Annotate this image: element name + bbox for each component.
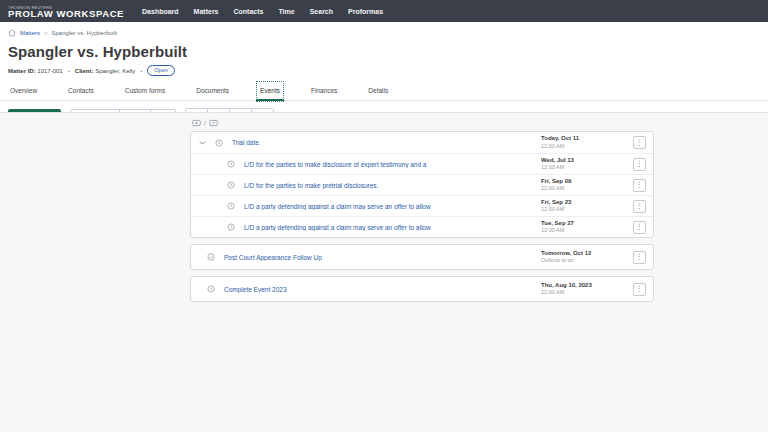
page-title: Spangler vs. Hypberbuilt bbox=[0, 40, 768, 65]
home-icon[interactable] bbox=[8, 29, 16, 37]
kebab-icon: ⋮ bbox=[636, 139, 644, 147]
expand-collapse-toggle: / bbox=[190, 118, 654, 131]
event-card: Post Court Appearance Follow Up Tomorrow… bbox=[190, 244, 654, 270]
event-date: Fri, Sep 23 bbox=[541, 199, 633, 207]
event-time: 12:00 AM bbox=[541, 227, 633, 234]
kebab-icon: ⋮ bbox=[636, 285, 644, 293]
event-group-card: Trial date. Today, Oct 11 12:00 AM ⋮ L/D… bbox=[190, 131, 654, 238]
clock-icon bbox=[213, 139, 225, 147]
tab-events[interactable]: Events bbox=[258, 83, 282, 100]
client-label: Client: bbox=[75, 68, 94, 74]
event-link[interactable]: L/D for the parties to make disclosure o… bbox=[244, 161, 541, 168]
tab-custom-forms[interactable]: Custom forms bbox=[123, 83, 167, 100]
breadcrumb-separator: > bbox=[44, 30, 48, 36]
event-datetime: Wed, Jul 13 12:00 AM bbox=[541, 157, 633, 171]
nav-item-dashboard[interactable]: Dashboard bbox=[142, 5, 179, 18]
event-child-row: L/D for the parties to make pretrial dis… bbox=[191, 174, 653, 195]
task-check-icon bbox=[205, 253, 217, 261]
event-link[interactable]: Post Court Appearance Follow Up bbox=[224, 254, 541, 261]
event-date: Tomorrow, Oct 12 bbox=[541, 250, 633, 258]
breadcrumb-matters-link[interactable]: Matters bbox=[20, 30, 40, 36]
kebab-icon: ⋮ bbox=[636, 223, 644, 231]
nav-item-matters[interactable]: Matters bbox=[194, 5, 219, 18]
brand-thomson-reuters: THOMSON REUTERS bbox=[8, 6, 85, 10]
event-card: Complete Event 2023 Thu, Aug 10, 2023 12… bbox=[190, 276, 654, 302]
event-datetime: Today, Oct 11 12:00 AM bbox=[541, 135, 633, 149]
toggle-separator: / bbox=[204, 120, 206, 127]
event-child-row: L/D a party defending against a claim ma… bbox=[191, 216, 653, 237]
event-time: 12:00 AM bbox=[541, 206, 633, 213]
event-datetime: Fri, Sep 23 12:00 AM bbox=[541, 199, 633, 213]
event-time: 12:00 AM bbox=[541, 289, 633, 296]
top-nav: THOMSON REUTERS PROLAW WORKSPACE Dashboa… bbox=[0, 0, 768, 22]
event-link[interactable]: L/D for the parties to make pretrial dis… bbox=[244, 182, 541, 189]
event-time: 12:00 AM bbox=[541, 143, 633, 150]
event-datetime: Tomorrow, Oct 12 Outlook to do bbox=[541, 250, 633, 264]
nav-item-contacts[interactable]: Contacts bbox=[234, 5, 264, 18]
kebab-icon: ⋮ bbox=[636, 160, 644, 168]
dot-separator: • bbox=[140, 68, 142, 74]
nav-menu: Dashboard Matters Contacts Time Search P… bbox=[142, 5, 383, 18]
event-row: Post Court Appearance Follow Up Tomorrow… bbox=[191, 245, 653, 269]
tab-finances[interactable]: Finances bbox=[309, 83, 339, 100]
row-menu-button[interactable]: ⋮ bbox=[633, 179, 646, 192]
nav-item-time[interactable]: Time bbox=[278, 5, 294, 18]
event-date: Fri, Sep 09 bbox=[541, 178, 633, 186]
kebab-icon: ⋮ bbox=[636, 253, 644, 261]
kebab-icon: ⋮ bbox=[636, 181, 644, 189]
status-badge[interactable]: Open bbox=[147, 65, 174, 76]
matter-tabs: Overview Contacts Custom forms Documents… bbox=[0, 83, 768, 101]
event-time: 12:00 AM bbox=[541, 185, 633, 192]
clock-icon bbox=[225, 202, 237, 210]
event-row: Complete Event 2023 Thu, Aug 10, 2023 12… bbox=[191, 277, 653, 301]
event-date: Tue, Sep 27 bbox=[541, 220, 633, 228]
event-date: Thu, Aug 10, 2023 bbox=[541, 282, 633, 290]
event-date: Wed, Jul 13 bbox=[541, 157, 633, 165]
tab-overview[interactable]: Overview bbox=[8, 83, 39, 100]
breadcrumb-current: Spangler vs. Hypberbuilt bbox=[52, 30, 117, 36]
expand-all-icon[interactable] bbox=[192, 119, 201, 127]
row-menu-button[interactable]: ⋮ bbox=[633, 251, 646, 264]
clock-icon bbox=[205, 285, 217, 293]
row-menu-button[interactable]: ⋮ bbox=[633, 283, 646, 296]
dot-separator: • bbox=[68, 68, 70, 74]
event-link[interactable]: Trial date. bbox=[232, 139, 541, 146]
row-menu-button[interactable]: ⋮ bbox=[633, 200, 646, 213]
events-content: / Trial date. Today, Oct 11 12:00 AM ⋮ bbox=[0, 112, 768, 432]
row-menu-button[interactable]: ⋮ bbox=[633, 221, 646, 234]
prolaw-logo[interactable]: THOMSON REUTERS PROLAW WORKSPACE bbox=[8, 4, 124, 19]
event-time: 12:00 AM bbox=[541, 164, 633, 171]
event-link[interactable]: L/D a party defending against a claim ma… bbox=[244, 203, 541, 210]
row-menu-button[interactable]: ⋮ bbox=[633, 158, 646, 171]
event-link[interactable]: Complete Event 2023 bbox=[224, 286, 541, 293]
event-child-row: L/D for the parties to make disclosure o… bbox=[191, 153, 653, 174]
row-menu-button[interactable]: ⋮ bbox=[633, 136, 646, 149]
client-value: Spangler, Kelly bbox=[95, 68, 135, 74]
kebab-icon: ⋮ bbox=[636, 202, 644, 210]
brand-prolaw-workspace: PROLAW WORKSPACE bbox=[8, 9, 124, 19]
event-child-row: L/D a party defending against a claim ma… bbox=[191, 195, 653, 216]
event-datetime: Thu, Aug 10, 2023 12:00 AM bbox=[541, 282, 633, 296]
chevron-down-icon[interactable] bbox=[191, 140, 213, 146]
matter-id-value: 1017-001 bbox=[37, 68, 62, 74]
tab-documents[interactable]: Documents bbox=[194, 83, 231, 100]
event-link[interactable]: L/D a party defending against a claim ma… bbox=[244, 224, 541, 231]
clock-icon bbox=[225, 160, 237, 168]
event-datetime: Fri, Sep 09 12:00 AM bbox=[541, 178, 633, 192]
matter-meta: Matter ID: 1017-001 • Client: Spangler, … bbox=[0, 65, 768, 83]
breadcrumb: Matters > Spangler vs. Hypberbuilt bbox=[0, 22, 768, 40]
events-list: / Trial date. Today, Oct 11 12:00 AM ⋮ bbox=[190, 113, 654, 302]
collapse-all-icon[interactable] bbox=[209, 119, 218, 127]
tab-contacts[interactable]: Contacts bbox=[66, 83, 96, 100]
event-time: Outlook to do bbox=[541, 257, 633, 264]
matter-id-label: Matter ID: bbox=[8, 68, 36, 74]
tab-details[interactable]: Details bbox=[366, 83, 390, 100]
event-datetime: Tue, Sep 27 12:00 AM bbox=[541, 220, 633, 234]
event-group-header-row: Trial date. Today, Oct 11 12:00 AM ⋮ bbox=[191, 132, 653, 153]
event-date: Today, Oct 11 bbox=[541, 135, 633, 143]
nav-item-search[interactable]: Search bbox=[310, 5, 333, 18]
clock-icon bbox=[225, 223, 237, 231]
clock-icon bbox=[225, 181, 237, 189]
nav-item-proformas[interactable]: Proformas bbox=[348, 5, 383, 18]
